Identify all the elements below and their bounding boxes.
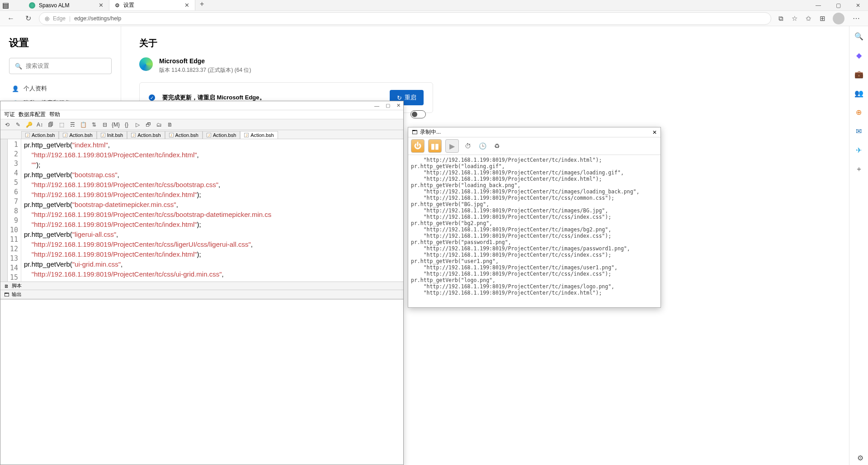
toolbar-btn-3[interactable]: A↕	[36, 121, 44, 129]
toolbar-btn-1[interactable]: ✎	[14, 121, 22, 129]
tab-overview-icon[interactable]: ▤	[0, 1, 11, 9]
toolbar-btn-12[interactable]: ▷	[133, 121, 142, 129]
recorder-toolbar: ⏻ ▮▮ ▶ ⏱ 🕒 ♻	[408, 137, 660, 155]
rail-search-icon[interactable]: 🔍	[854, 32, 863, 41]
toolbar-btn-13[interactable]: 🗗	[144, 121, 152, 129]
rail-office-icon[interactable]: ⊕	[854, 108, 863, 117]
side-rail: 🔍 ◆ 💼 👥 ⊕ ✉ ✈ ＋	[849, 26, 868, 465]
address-actions: ⧉ ☆ ✩ ⊞	[776, 14, 828, 23]
favorite-icon[interactable]: ☆	[792, 14, 797, 23]
file-tab[interactable]: JAction.bsh	[203, 131, 240, 139]
marker-gutter	[0, 139, 8, 282]
pause-button[interactable]: ▮▮	[428, 139, 442, 153]
record-button[interactable]: ⏻	[411, 139, 425, 153]
address-field[interactable]: ◎ Edge | edge://settings/help	[39, 12, 771, 25]
js-file-icon: J	[63, 133, 67, 137]
new-tab-button[interactable]: +	[195, 0, 208, 10]
close-icon[interactable]: ✕	[99, 2, 104, 9]
tab-title: 设置	[123, 1, 134, 9]
timer-icon[interactable]: ⏱	[462, 141, 473, 151]
toolbar-btn-8[interactable]: ⇅	[90, 121, 98, 129]
toolbar-btn-15[interactable]: 🗎	[166, 121, 174, 129]
tab-settings[interactable]: ⚙ 设置 ✕	[109, 0, 195, 10]
clock-icon[interactable]: 🕒	[477, 141, 488, 151]
user-icon: 👤	[12, 85, 19, 92]
toolbar-btn-10[interactable]: {M}	[112, 121, 120, 129]
file-tab[interactable]: JAction.bsh	[240, 131, 278, 139]
settings-heading: 设置	[9, 36, 112, 50]
file-tab[interactable]: JAction.bsh	[127, 131, 165, 139]
collections-icon[interactable]: ⊞	[820, 14, 826, 23]
toolbar-btn-11[interactable]: {}	[123, 121, 131, 129]
code-editor[interactable]: pr.http_getVerb("index.html", "http://19…	[21, 139, 403, 282]
favicon-icon	[29, 2, 35, 9]
minimize-button[interactable]: —	[374, 103, 379, 108]
split-icon[interactable]: ⧉	[778, 14, 783, 23]
script-panel-label: 脚本	[12, 282, 22, 289]
refresh-button[interactable]: ↻	[22, 12, 34, 25]
rail-send-icon[interactable]: ✈	[854, 146, 863, 155]
favorites-bar-icon[interactable]: ✩	[806, 14, 811, 23]
back-button[interactable]: ←	[5, 12, 17, 25]
recorder-titlebar[interactable]: 🗔 录制中... ✕	[408, 127, 660, 137]
settings-gear-icon[interactable]: ⚙	[857, 454, 863, 462]
about-block: Microsoft Edge 版本 114.0.1823.37 (正式版本) (…	[139, 57, 831, 74]
settings-search[interactable]: 🔍 搜索设置	[9, 58, 112, 74]
recorder-app-icon: 🗔	[412, 129, 417, 136]
close-button[interactable]: ✕	[848, 0, 868, 11]
edge-icon: ◎	[45, 15, 49, 22]
toolbar-btn-5[interactable]: ⬚	[57, 121, 66, 129]
script-panel-header[interactable]: 🗎 脚本	[0, 282, 403, 290]
file-tab[interactable]: JAction.bsh	[165, 131, 203, 139]
toggle-switch[interactable]	[410, 110, 426, 118]
search-placeholder: 搜索设置	[26, 62, 49, 70]
browser-titlebar: ▤ Spasvo ALM ✕ ⚙ 设置 ✕ + — ▢ ✕	[0, 0, 868, 11]
editor-file-tabs: JAction.bshJAction.bshJInit.bshJAction.b…	[0, 130, 403, 139]
search-icon: 🔍	[15, 63, 22, 70]
js-file-icon: J	[244, 133, 249, 137]
file-tab-label: Action.bsh	[250, 132, 274, 138]
file-tab[interactable]: JAction.bsh	[59, 131, 96, 139]
power-icon: ⏻	[414, 142, 421, 150]
menu-dbconfig[interactable]: 数据库配置	[19, 111, 46, 118]
recorder-log[interactable]: "http://192.168.1.199:8019/ProjectCenter…	[408, 155, 660, 307]
sidebar-item-profile[interactable]: 👤 个人资料	[9, 81, 112, 96]
output-panel-header[interactable]: 🗔 输出	[0, 290, 403, 299]
url-text: edge://settings/help	[74, 15, 121, 22]
menu-license[interactable]: 可证	[4, 111, 15, 118]
close-button[interactable]: ✕	[652, 129, 657, 136]
rail-people-icon[interactable]: 👥	[854, 89, 863, 98]
toolbar-btn-4[interactable]: 🗐	[47, 121, 55, 129]
toolbar-btn-6[interactable]: ☴	[68, 121, 76, 129]
restart-icon: ↻	[397, 94, 402, 101]
rail-mail-icon[interactable]: ✉	[854, 127, 863, 136]
restart-label: 重启	[405, 94, 416, 102]
more-button[interactable]: ⋯	[849, 14, 863, 23]
toolbar-btn-7[interactable]: 📋	[79, 121, 87, 129]
toolbar-btn-14[interactable]: 🗂	[155, 121, 163, 129]
rail-briefcase-icon[interactable]: 💼	[854, 70, 863, 79]
about-heading: 关于	[139, 37, 831, 49]
toolbar-btn-9[interactable]: ⊟	[101, 121, 109, 129]
code-area: 1 2 3 4 5 6 7 8 9 10 11 12 13 14 15 pr.h…	[0, 139, 403, 282]
rail-add-icon[interactable]: ＋	[854, 164, 863, 174]
play-button[interactable]: ▶	[445, 139, 459, 153]
tab-spasvo[interactable]: Spasvo ALM ✕	[24, 0, 109, 10]
play-icon: ▶	[449, 142, 455, 150]
profile-avatar[interactable]	[833, 13, 844, 24]
file-tab[interactable]: JInit.bsh	[97, 131, 127, 139]
close-button[interactable]: ✕	[396, 103, 401, 108]
maximize-button[interactable]: ▢	[828, 0, 848, 11]
file-tab[interactable]: JAction.bsh	[21, 131, 59, 139]
minimize-button[interactable]: —	[808, 0, 828, 11]
maximize-button[interactable]: ▢	[386, 103, 390, 108]
recorder-window: 🗔 录制中... ✕ ⏻ ▮▮ ▶ ⏱ 🕒 ♻ "http://192.168.…	[408, 127, 661, 308]
rail-diamond-icon[interactable]: ◆	[854, 51, 863, 60]
editor-titlebar[interactable]: — ▢ ✕	[0, 101, 403, 110]
toolbar-btn-0[interactable]: ⟲	[3, 121, 11, 129]
close-icon[interactable]: ✕	[184, 2, 189, 9]
menu-help[interactable]: 帮助	[49, 111, 60, 118]
toolbar-btn-2[interactable]: 🔑	[25, 121, 33, 129]
edge-logo-icon	[139, 57, 153, 71]
cycle-icon[interactable]: ♻	[491, 141, 502, 151]
